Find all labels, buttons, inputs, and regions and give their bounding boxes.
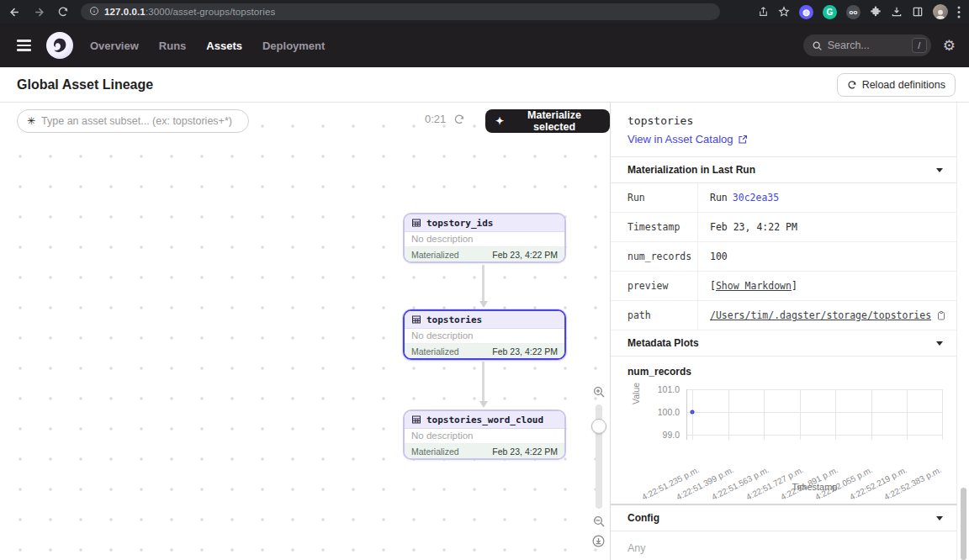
asset-status: Materialized: [411, 446, 459, 457]
asset-node-topstories[interactable]: topstories No description MaterializedFe…: [403, 309, 566, 360]
materialize-selected-button[interactable]: ✦ Materialize selected: [485, 109, 610, 133]
extension-1password-icon[interactable]: ◍: [799, 5, 813, 19]
metadata-table: Run Run30c2ea35 Timestamp Feb 23, 4:22 P…: [611, 183, 956, 330]
asset-detail-panel: topstories View in Asset Catalog Materia…: [611, 103, 969, 560]
asset-description: No description: [405, 329, 564, 344]
nav-item-runs[interactable]: Runs: [159, 40, 187, 52]
asset-node-topstories-word-cloud[interactable]: topstories_word_cloud No description Mat…: [403, 409, 566, 460]
asset-description: No description: [405, 429, 564, 444]
sparkle-icon: ✦: [495, 115, 504, 127]
asset-node-topstory-ids[interactable]: topstory_ids No description Materialized…: [403, 213, 566, 263]
data-point[interactable]: [691, 410, 695, 415]
panel-scrollbar[interactable]: [961, 488, 966, 560]
table-row-num-records: num_records 100: [611, 242, 956, 272]
page-title: Global Asset Lineage: [17, 77, 153, 92]
path-link[interactable]: /Users/tim/.dagster/storage/topstories: [710, 309, 931, 321]
extensions-puzzle-icon[interactable]: [870, 6, 882, 18]
table-row-timestamp: Timestamp Feb 23, 4:22 PM: [611, 213, 956, 242]
browser-chrome: 127.0.0.1:3000/asset-groups/topstories ◍…: [0, 0, 969, 24]
page-header: Global Asset Lineage Reload definitions: [0, 67, 969, 103]
num-records-chart: Value 101.0 100.0 99.0 4:22:51.235 p.m. …: [611, 381, 943, 500]
asset-name: topstories: [426, 314, 482, 325]
sidepanel-icon[interactable]: [912, 6, 924, 18]
dagster-logo[interactable]: [46, 32, 73, 59]
site-info-icon[interactable]: [89, 4, 99, 19]
asset-subset-input[interactable]: [41, 115, 239, 127]
asset-timestamp: Feb 23, 4:22 PM: [492, 346, 558, 357]
zoom-slider-handle[interactable]: [591, 419, 606, 434]
zoom-controls: [591, 385, 606, 548]
lineage-canvas[interactable]: ✳ 0:21 ✦ Materialize selected topstory_i…: [0, 103, 611, 560]
section-config[interactable]: Config: [611, 505, 956, 531]
config-value: Any: [611, 531, 956, 560]
asset-status: Materialized: [411, 250, 459, 260]
x-axis-ticks: 4:22:51.235 p.m. 4:22:51.399 p.m. 4:22:5…: [686, 445, 943, 478]
search-shortcut-key: /: [912, 38, 927, 53]
asset-timestamp: Feb 23, 4:22 PM: [492, 250, 558, 260]
recenter-icon[interactable]: [591, 534, 606, 548]
collapse-caret-icon[interactable]: [936, 341, 943, 346]
external-link-icon: [738, 135, 748, 145]
forward-icon[interactable]: [33, 6, 45, 18]
global-search[interactable]: /: [803, 34, 931, 56]
asset-description: No description: [405, 232, 564, 247]
lineage-edge: [482, 362, 484, 402]
copy-path-icon[interactable]: [936, 310, 946, 321]
url-text: 127.0.0.1:3000/asset-groups/topstories: [104, 7, 275, 17]
share-icon[interactable]: [758, 6, 769, 18]
refresh-icon: [847, 80, 857, 90]
back-icon[interactable]: [8, 6, 21, 18]
downloads-icon[interactable]: [891, 6, 903, 18]
table-icon: [411, 415, 421, 425]
zoom-slider[interactable]: [596, 404, 602, 509]
reload-icon[interactable]: [57, 6, 69, 18]
asset-status: Materialized: [411, 346, 459, 357]
op-selector-icon: ✳: [27, 116, 35, 126]
table-row-preview: preview [Show Markdown]: [611, 272, 956, 301]
reload-definitions-button[interactable]: Reload definitions: [837, 73, 956, 97]
plot-area: [686, 389, 943, 440]
table-icon: [411, 314, 421, 325]
profile-avatar[interactable]: [933, 4, 948, 19]
bookmark-star-icon[interactable]: [778, 6, 790, 18]
asset-timestamp: Feb 23, 4:22 PM: [492, 446, 558, 457]
search-icon: [812, 40, 823, 51]
panel-asset-name: topstories: [627, 114, 943, 127]
nav-item-overview[interactable]: Overview: [90, 40, 139, 52]
nav-item-deployment[interactable]: Deployment: [262, 40, 325, 52]
lineage-edge: [482, 265, 484, 302]
nav-item-assets[interactable]: Assets: [206, 40, 242, 52]
extension-goggles-icon[interactable]: oo: [846, 5, 860, 19]
asset-name: topstory_ids: [426, 218, 493, 229]
section-materialization-last-run[interactable]: Materialization in Last Run: [611, 157, 956, 183]
hamburger-menu-icon[interactable]: [13, 36, 34, 55]
y-tick: 99.0: [639, 430, 680, 440]
app-navbar: Overview Runs Assets Deployment / ⚙: [0, 24, 969, 67]
asset-name: topstories_word_cloud: [426, 415, 543, 425]
collapse-caret-icon[interactable]: [936, 516, 943, 520]
y-tick: 101.0: [639, 384, 680, 394]
run-id-link[interactable]: 30c2ea35: [733, 192, 779, 203]
refresh-timer: 0:21: [425, 113, 446, 125]
table-icon: [411, 218, 421, 228]
refresh-countdown-icon[interactable]: [453, 114, 465, 125]
collapse-caret-icon[interactable]: [936, 168, 943, 172]
show-markdown-link[interactable]: Show Markdown: [716, 280, 792, 292]
plot-title: num_records: [611, 357, 956, 379]
search-input[interactable]: [828, 40, 907, 51]
table-row-path: path /Users/tim/.dagster/storage/topstor…: [611, 301, 956, 330]
address-bar[interactable]: 127.0.0.1:3000/asset-groups/topstories: [81, 3, 720, 20]
settings-gear-icon[interactable]: ⚙: [943, 39, 956, 53]
zoom-in-icon[interactable]: [592, 385, 606, 399]
section-metadata-plots[interactable]: Metadata Plots: [611, 330, 956, 357]
browser-menu-icon[interactable]: [957, 6, 961, 18]
zoom-out-icon[interactable]: [592, 515, 606, 528]
asset-subset-filter[interactable]: ✳: [17, 109, 249, 133]
nav-links: Overview Runs Assets Deployment: [90, 40, 325, 52]
view-in-asset-catalog-link[interactable]: View in Asset Catalog: [627, 133, 943, 145]
table-row-run: Run Run30c2ea35: [611, 183, 956, 213]
x-axis-label: Timestamp: [686, 482, 943, 492]
y-tick: 100.0: [639, 407, 680, 417]
extension-grammarly-icon[interactable]: G: [823, 5, 837, 19]
